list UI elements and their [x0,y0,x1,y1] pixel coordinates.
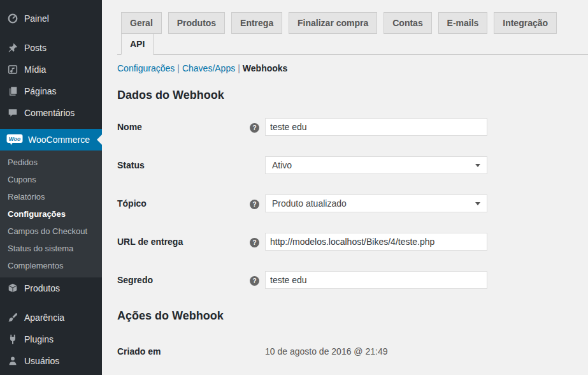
sidebar-item-plugins[interactable]: Plugins [0,328,102,350]
sidebar-item-label: Painel [24,13,49,24]
brush-icon [6,311,19,324]
tab-integracao[interactable]: Integração [494,12,557,34]
media-icon [6,63,19,76]
sidebar-item-label: WooCommerce [28,135,90,145]
sidebar-item-comentarios[interactable]: Comentários [0,102,102,124]
tab-finalizar-compra[interactable]: Finalizar compra [289,12,377,34]
nome-label: Nome [117,122,250,132]
webhook-actions-title: Ações do Webhook [117,309,588,323]
tab-emails[interactable]: E-mails [438,12,488,34]
breadcrumb-link-configuracoes[interactable]: Configurações [117,63,175,73]
help-icon[interactable]: ? [250,200,259,209]
form-row-topico: Tópico ? Produto atualizado [117,195,588,212]
sidebar-item-label: Plugins [24,334,54,344]
form-row-status: Status Ativo [117,156,588,174]
tab-geral[interactable]: Geral [121,12,162,34]
breadcrumb-separator: | [235,63,243,73]
form-row-url-entrega: URL de entrega ? [117,233,588,251]
breadcrumb: Configurações|Chaves/Apps|Webhooks [117,63,588,73]
help-icon[interactable]: ? [250,123,259,133]
url-entrega-input[interactable] [265,233,487,251]
submenu-item-pedidos[interactable]: Pedidos [0,154,102,171]
status-label: Status [117,160,250,170]
topico-select-value: Produto atualizado [272,198,347,209]
breadcrumb-link-chaves-apps[interactable]: Chaves/Apps [182,63,235,73]
submenu-item-cupons[interactable]: Cupons [0,171,102,188]
pages-icon [6,85,19,98]
status-select-value: Ativo [272,160,292,170]
action-row-criado-em: Criado em 10 de agosto de 2016 @ 21:49 [117,346,588,357]
tab-contas[interactable]: Contas [384,12,431,34]
woocommerce-submenu: Pedidos Cupons Relatórios Configurações … [0,151,102,277]
webhook-data-form: Nome ? Status Ativo Tópico ? Produto atu… [117,118,588,289]
sidebar-item-painel[interactable]: Painel [0,8,102,29]
tab-api[interactable]: API [121,33,154,55]
topico-label: Tópico [117,198,250,209]
submenu-item-status-do-sistema[interactable]: Status do sistema [0,240,102,257]
sidebar-item-label: Páginas [24,86,57,96]
comments-icon [6,107,19,119]
sidebar-item-label: Posts [24,43,47,53]
webhook-actions: Criado em 10 de agosto de 2016 @ 21:49 A… [117,346,588,375]
segredo-label: Segredo [117,275,250,285]
help-icon[interactable]: ? [250,276,259,286]
admin-layout: Painel Posts Mídia [0,0,588,375]
topico-select[interactable]: Produto atualizado [265,195,487,212]
pushpin-icon [6,41,19,54]
sidebar-separator [0,29,102,37]
sidebar-separator [0,299,102,307]
settings-content: Geral Produtos Entrega Finalizar compra … [102,0,588,375]
sidebar-item-usuarios[interactable]: Usuários [0,350,102,372]
webhook-data-title: Dados do Webhook [117,89,588,102]
sidebar-item-aparencia[interactable]: Aparência [0,307,102,328]
criado-em-label: Criado em [117,346,250,357]
sidebar-item-woocommerce[interactable]: Woo WooCommerce [0,129,102,151]
sidebar-item-label: Produtos [24,283,60,293]
breadcrumb-current: Webhooks [243,63,288,73]
criado-em-value: 10 de agosto de 2016 @ 21:49 [265,346,387,357]
sidebar-item-label: Mídia [24,64,46,75]
chevron-down-icon [475,164,480,167]
submenu-item-relatorios[interactable]: Relatórios [0,188,102,205]
help-icon[interactable]: ? [250,238,259,247]
cube-icon [6,282,19,295]
settings-tabs: Geral Produtos Entrega Finalizar compra … [117,0,588,55]
sidebar-separator [0,124,102,129]
form-row-segredo: Segredo ? [117,271,588,289]
admin-sidebar: Painel Posts Mídia [0,0,102,375]
dashboard-icon [6,12,19,25]
submenu-item-complementos[interactable]: Complementos [0,257,102,274]
sidebar-item-label: Usuários [24,356,59,366]
nome-input[interactable] [265,118,487,136]
sidebar-item-produtos[interactable]: Produtos [0,277,102,299]
plug-icon [6,333,19,346]
sidebar-item-label: Comentários [24,108,75,118]
form-row-nome: Nome ? [117,118,588,136]
sidebar-item-midia[interactable]: Mídia [0,59,102,80]
user-icon [6,355,19,367]
submenu-item-campos-do-checkout[interactable]: Campos do Checkout [0,223,102,240]
submenu-item-configuracoes[interactable]: Configurações [0,205,102,223]
sidebar-item-label: Aparência [24,312,64,323]
tab-produtos[interactable]: Produtos [168,12,225,34]
sidebar-item-paginas[interactable]: Páginas [0,80,102,102]
woocommerce-icon: Woo [6,133,23,146]
breadcrumb-separator: | [175,63,182,73]
sidebar-item-posts[interactable]: Posts [0,37,102,59]
url-entrega-label: URL de entrega [117,237,250,247]
svg-text:Woo: Woo [9,136,20,142]
chevron-down-icon [475,202,480,205]
tab-entrega[interactable]: Entrega [231,12,282,34]
segredo-input[interactable] [265,271,487,289]
status-select[interactable]: Ativo [265,156,487,174]
